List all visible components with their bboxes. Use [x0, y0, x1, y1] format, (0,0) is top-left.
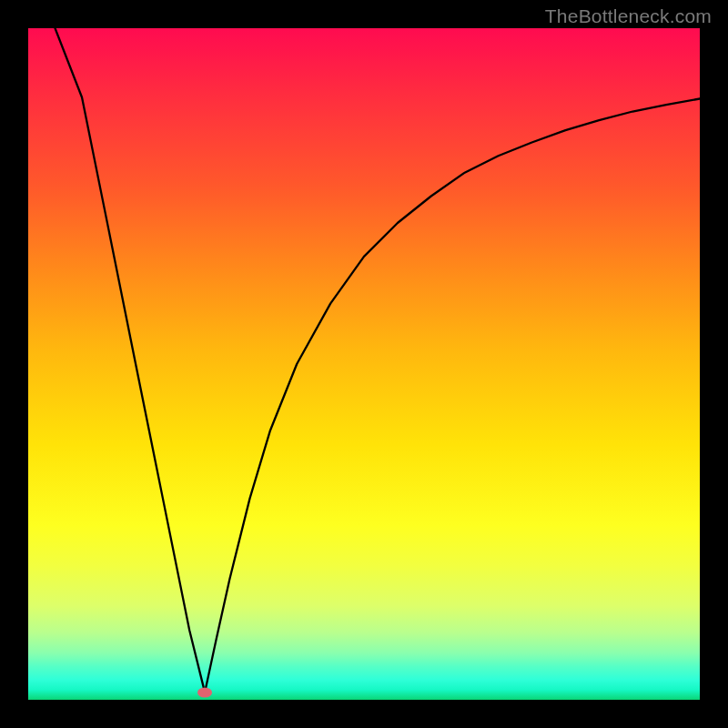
plot-area — [28, 28, 700, 700]
minimum-marker — [197, 687, 212, 697]
chart-container: TheBottleneck.com — [0, 0, 728, 728]
curve-svg — [28, 28, 700, 700]
watermark-label: TheBottleneck.com — [545, 5, 712, 27]
curve-line — [29, 28, 700, 693]
